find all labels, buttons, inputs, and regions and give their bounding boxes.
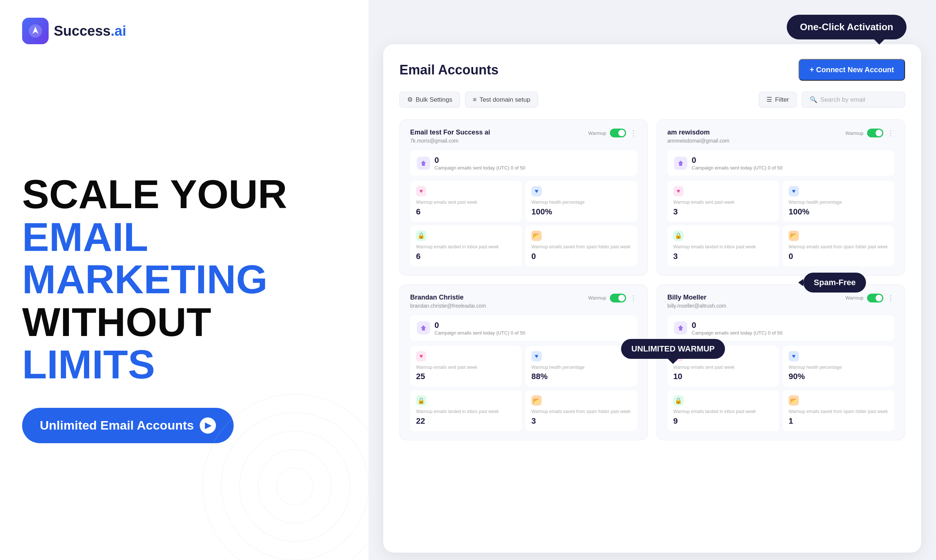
left-panel: Success.ai SCALE YOUR EMAIL MARKETING WI… bbox=[0, 0, 368, 560]
headline-line3: MARKETING bbox=[22, 257, 268, 302]
stat-icon: ♥ bbox=[531, 351, 542, 362]
campaign-icon bbox=[417, 157, 430, 170]
account-card-0: Email test For Success ai 7k.moris@gmail… bbox=[399, 119, 648, 275]
card-name: Email test For Success ai bbox=[410, 129, 490, 136]
stat-icon: ♥ bbox=[416, 351, 426, 362]
card-header: am rewisdom amrewisdomai@gmail.com Warmu… bbox=[667, 129, 894, 144]
campaign-icon bbox=[674, 321, 687, 334]
campaign-icon bbox=[417, 321, 430, 334]
callout-unlimited-warmup: UNLIMITED WARMUP bbox=[621, 339, 725, 359]
stat-card: ♥ Warmup emails sent past week 6 bbox=[410, 181, 522, 222]
stat-value: 9 bbox=[673, 416, 773, 426]
toolbar-left: ⚙ Bulk Settings ≡ Test domain setup bbox=[399, 92, 538, 108]
more-options-button[interactable]: ⋮ bbox=[630, 129, 637, 137]
more-options-button[interactable]: ⋮ bbox=[887, 129, 894, 137]
stat-label: Warmup emails saved from spam folder pas… bbox=[531, 409, 631, 415]
card-email: 7k.moris@gmail.com bbox=[410, 138, 490, 144]
stat-card: ♥ Warmup health percentage 90% bbox=[783, 346, 894, 387]
stat-card: 📂 Warmup emails saved from spam folder p… bbox=[783, 226, 894, 266]
stat-card: ♥ Warmup health percentage 88% bbox=[525, 346, 637, 387]
dashboard-title: Email Accounts bbox=[399, 62, 499, 78]
card-header: Email test For Success ai 7k.moris@gmail… bbox=[410, 129, 637, 144]
headline-line1: SCALE YOUR bbox=[22, 171, 287, 217]
card-controls: Warmup ⋮ bbox=[588, 129, 637, 137]
card-controls: Warmup ⋮ bbox=[845, 129, 894, 137]
campaign-row: 0 Campaign emails sent today (UTC) 0 of … bbox=[667, 150, 894, 176]
stat-card: ♥ Warmup health percentage 100% bbox=[525, 181, 637, 222]
card-email: brandan.christie@freeleadai.com bbox=[410, 303, 486, 309]
stat-label: Warmup emails sent past week bbox=[416, 365, 516, 371]
stat-icon: ♥ bbox=[788, 351, 799, 362]
warmup-label: Warmup bbox=[588, 295, 606, 301]
stat-value: 0 bbox=[788, 252, 888, 261]
stat-label: Warmup emails sent past week bbox=[673, 199, 773, 206]
card-name: Brandan Christie bbox=[410, 294, 486, 302]
campaign-row: 0 Campaign emails sent today (UTC) 0 of … bbox=[410, 315, 637, 341]
search-box[interactable]: 🔍 Search by email bbox=[802, 92, 905, 108]
card-email: billy.moeller@altrush.com bbox=[667, 303, 726, 309]
stat-icon: 📂 bbox=[788, 395, 799, 406]
stat-card: 🔒 Warmup emails landed in inbox past wee… bbox=[667, 390, 779, 431]
warmup-toggle[interactable] bbox=[610, 294, 626, 303]
stat-card: 📂 Warmup emails saved from spam folder p… bbox=[783, 390, 894, 431]
svg-point-4 bbox=[258, 449, 332, 523]
svg-point-5 bbox=[276, 468, 313, 505]
test-domain-icon: ≡ bbox=[473, 96, 476, 103]
campaign-row: 0 Campaign emails sent today (UTC) 0 of … bbox=[410, 150, 637, 176]
stat-label: Warmup emails landed in inbox past week bbox=[416, 244, 516, 250]
campaign-count: 0 bbox=[434, 320, 525, 330]
warmup-toggle[interactable] bbox=[610, 129, 626, 137]
stat-label: Warmup emails landed in inbox past week bbox=[673, 244, 773, 250]
stat-card: 📂 Warmup emails saved from spam folder p… bbox=[525, 390, 637, 431]
more-options-button[interactable]: ⋮ bbox=[630, 294, 637, 303]
warmup-label: Warmup bbox=[845, 295, 864, 301]
card-header: Billy Moeller billy.moeller@altrush.com … bbox=[667, 294, 894, 309]
bulk-settings-icon: ⚙ bbox=[407, 96, 413, 103]
stat-icon: ♥ bbox=[788, 186, 799, 196]
stat-card: 🔒 Warmup emails landed in inbox past wee… bbox=[667, 226, 779, 266]
stat-label: Warmup health percentage bbox=[788, 199, 888, 206]
stat-label: Warmup emails saved from spam folder pas… bbox=[531, 244, 631, 250]
warmup-toggle[interactable] bbox=[867, 129, 883, 137]
stat-value: 22 bbox=[416, 416, 516, 426]
stat-value: 6 bbox=[416, 252, 516, 261]
stat-icon: ♥ bbox=[673, 186, 684, 196]
campaign-text: Campaign emails sent today (UTC) 0 of 50 bbox=[434, 330, 525, 335]
campaign-icon bbox=[674, 157, 687, 170]
stat-value: 100% bbox=[531, 207, 631, 217]
campaign-text: Campaign emails sent today (UTC) 0 of 50 bbox=[692, 165, 782, 171]
stat-card: 🔒 Warmup emails landed in inbox past wee… bbox=[410, 390, 522, 431]
more-options-button[interactable]: ⋮ bbox=[887, 294, 894, 303]
stat-icon: 📂 bbox=[788, 231, 799, 241]
dashboard-header: Email Accounts + Connect New Account bbox=[399, 59, 905, 81]
campaign-text: Campaign emails sent today (UTC) 0 of 50 bbox=[692, 330, 782, 335]
stat-card: ♥ Warmup emails sent past week 25 bbox=[410, 346, 522, 387]
stat-value: 0 bbox=[531, 252, 631, 261]
stat-label: Warmup health percentage bbox=[788, 365, 888, 371]
bulk-settings-button[interactable]: ⚙ Bulk Settings bbox=[399, 92, 460, 108]
stat-label: Warmup emails landed in inbox past week bbox=[416, 409, 516, 415]
account-card-2: Brandan Christie brandan.christie@freele… bbox=[399, 285, 648, 441]
search-icon: 🔍 bbox=[810, 96, 817, 103]
stat-value: 88% bbox=[531, 372, 631, 381]
stat-value: 100% bbox=[788, 207, 888, 217]
campaign-count: 0 bbox=[434, 155, 525, 165]
campaign-row: 0 Campaign emails sent today (UTC) 0 of … bbox=[667, 315, 894, 341]
stat-label: Warmup emails landed in inbox past week bbox=[673, 409, 773, 415]
warmup-toggle[interactable] bbox=[867, 294, 883, 303]
stat-card: 🔒 Warmup emails landed in inbox past wee… bbox=[410, 226, 522, 266]
stat-label: Warmup emails sent past week bbox=[416, 199, 516, 206]
stat-label: Warmup emails saved from spam folder pas… bbox=[788, 409, 888, 415]
card-name: Billy Moeller bbox=[667, 294, 726, 302]
stat-card: 📂 Warmup emails saved from spam folder p… bbox=[525, 226, 637, 266]
account-card-1: am rewisdom amrewisdomai@gmail.com Warmu… bbox=[657, 119, 905, 275]
campaign-text: Campaign emails sent today (UTC) 0 of 50 bbox=[434, 165, 525, 171]
filter-button[interactable]: ☰ Filter bbox=[759, 92, 797, 108]
test-domain-button[interactable]: ≡ Test domain setup bbox=[465, 92, 538, 108]
stat-card: ♥ Warmup health percentage 100% bbox=[783, 181, 894, 222]
connect-new-account-button[interactable]: + Connect New Account bbox=[799, 59, 905, 81]
warmup-label: Warmup bbox=[845, 131, 864, 136]
headline-line5: LIMITS bbox=[22, 342, 155, 387]
stat-icon: 🔒 bbox=[416, 231, 426, 241]
stat-value: 10 bbox=[673, 372, 773, 381]
